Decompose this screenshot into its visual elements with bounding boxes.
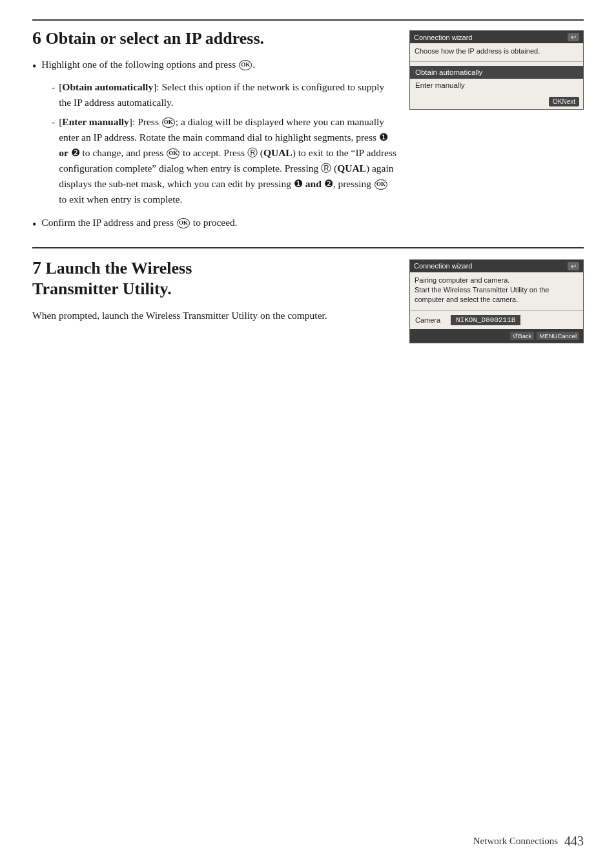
dash-2: - — [52, 114, 55, 130]
section-7-number: 7 — [32, 257, 41, 278]
confirm-bullet: • Confirm the IP address and press OK to… — [32, 215, 396, 234]
obtain-automatically-term: Obtain automatically — [62, 81, 153, 92]
mid-divider — [32, 247, 584, 248]
section-6-number: 6 — [32, 28, 41, 48]
screen-6-titlebar: Connection wizard ↩ — [410, 31, 583, 43]
screen-6-option-2[interactable]: Enter manually — [410, 79, 583, 92]
bullet-item-1: • Highlight one of the following options… — [32, 57, 396, 76]
section-6-title: Obtain or select an IP address. — [46, 29, 265, 48]
section-7-screen-container: Connection wizard ↩ Pairing computer and… — [409, 256, 584, 343]
screen-6-title: Connection wizard — [414, 34, 473, 41]
bullet-1-text: Highlight one of the following options a… — [41, 57, 255, 72]
camera-screen-7: Connection wizard ↩ Pairing computer and… — [409, 259, 584, 343]
back-btn-7[interactable]: ↺Back — [510, 332, 534, 340]
cancel-btn-7[interactable]: MENUCancel — [537, 332, 579, 340]
screen-7-titlebar: Connection wizard ↩ — [410, 260, 583, 272]
ok-icon-3: OK — [167, 148, 180, 159]
dash-1: - — [52, 79, 55, 95]
top-divider — [32, 19, 584, 21]
bullet-dot-2: • — [32, 216, 36, 234]
sub-item-2-indent: - [Enter manually]: Press OK; a dialog w… — [52, 114, 396, 207]
qual-2: QUAL — [337, 163, 366, 174]
section-6: 6 Obtain or select an IP address. • High… — [32, 27, 584, 234]
confirm-text: Confirm the IP address and press OK to p… — [41, 215, 237, 230]
ok-next-btn[interactable]: OKNext — [549, 97, 579, 106]
camera-value: NIKON_D800211B — [451, 315, 520, 325]
ok-icon-screen: OK — [553, 98, 562, 105]
ok-icon-1: OK — [239, 60, 252, 70]
sub-item-1-text: [Obtain automatically]: Select this opti… — [59, 79, 396, 110]
screen-6-back-btn[interactable]: ↩ — [568, 33, 579, 41]
ok-icon-4: OK — [375, 179, 387, 190]
section-6-left: 6 Obtain or select an IP address. • High… — [32, 27, 396, 234]
section-6-header: 6 Obtain or select an IP address. — [32, 27, 396, 49]
section-7-title: Launch the WirelessTransmitter Utility. — [32, 259, 192, 299]
screen-6-options: Obtain automatically Enter manually — [410, 62, 583, 94]
section-7-body: When prompted, launch the Wireless Trans… — [32, 308, 396, 323]
section-7-left: 7 Launch the WirelessTransmitter Utility… — [32, 256, 396, 343]
bullet-dot-1: • — [32, 58, 36, 76]
screen-7-title: Connection wizard — [414, 262, 473, 270]
page-number: 443 — [564, 834, 584, 849]
section-7-header: 7 Launch the WirelessTransmitter Utility… — [32, 256, 396, 300]
sub-item-2: - [Enter manually]: Press OK; a dialog w… — [32, 114, 396, 207]
ok-icon-5: OK — [177, 218, 190, 228]
sub-item-2-text: [Enter manually]: Press OK; a dialog wil… — [59, 114, 396, 207]
screen-6-footer: OKNext — [410, 94, 583, 109]
section-6-screen-container: Connection wizard ↩ Choose how the IP ad… — [409, 27, 584, 234]
sub-item-1: - [Obtain automatically]: Select this op… — [32, 79, 396, 110]
page-footer: Network Connections 443 — [473, 834, 584, 849]
enter-manually-term: Enter manually — [62, 116, 129, 127]
screen-7-footer: ↺Back MENUCancel — [410, 329, 583, 343]
sub-item-1-indent: - [Obtain automatically]: Select this op… — [52, 79, 396, 110]
camera-screen-6: Connection wizard ↩ Choose how the IP ad… — [409, 30, 584, 110]
screen-7-back-icon[interactable]: ↩ — [568, 262, 579, 270]
footer-label: Network Connections — [473, 836, 558, 847]
screen-6-option-1[interactable]: Obtain automatically — [410, 66, 583, 79]
page-container: 6 Obtain or select an IP address. • High… — [0, 0, 616, 868]
qual-1: QUAL — [263, 147, 293, 158]
enter-manually-section: - [Enter manually]: Press OK; a dialog w… — [32, 114, 396, 207]
section-7: 7 Launch the WirelessTransmitter Utility… — [32, 256, 584, 343]
section-6-bullets: • Highlight one of the following options… — [32, 57, 396, 76]
camera-label: Camera — [415, 316, 444, 324]
screen-7-subtitle: Pairing computer and camera.Start the Wi… — [410, 272, 583, 311]
ok-icon-2: OK — [162, 117, 175, 128]
screen-7-camera-row: Camera NIKON_D800211B — [410, 311, 583, 329]
screen-6-subtitle: Choose how the IP address is obtained. — [410, 43, 583, 62]
